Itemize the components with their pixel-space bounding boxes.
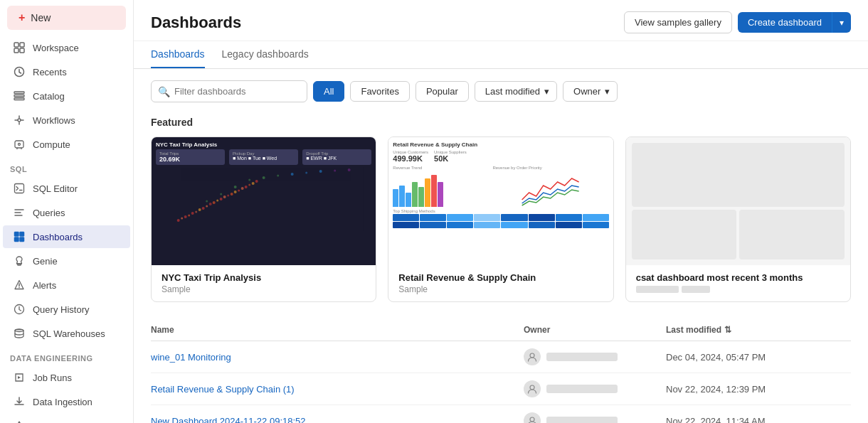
create-dashboard-button-group: Create dashboard ▾ bbox=[738, 12, 851, 33]
row-1-last-modified: Dec 04, 2024, 05:47 PM bbox=[666, 352, 851, 363]
workspace-icon bbox=[13, 41, 26, 54]
svg-rect-1 bbox=[20, 43, 24, 47]
col-header-owner: Owner bbox=[524, 325, 666, 335]
sidebar-item-sql-warehouses[interactable]: SQL Warehouses bbox=[3, 322, 130, 345]
tab-legacy-dashboards[interactable]: Legacy dashboards bbox=[222, 41, 309, 68]
taxi-preview-title: NYC Taxi Trip Analysis bbox=[156, 141, 371, 148]
last-modified-chevron-icon: ▾ bbox=[544, 86, 549, 97]
svg-rect-11 bbox=[20, 232, 25, 237]
filter-all-button[interactable]: All bbox=[313, 81, 344, 102]
row-3-last-modified: Nov 22, 2024, 11:34 AM bbox=[666, 416, 851, 424]
col-header-last-modified[interactable]: Last modified ⇅ bbox=[666, 325, 851, 335]
sidebar-item-catalog[interactable]: Catalog bbox=[3, 85, 130, 107]
row-2-owner-icon bbox=[524, 380, 541, 397]
svg-rect-5 bbox=[14, 92, 24, 94]
sql-warehouses-icon bbox=[13, 327, 26, 340]
svg-point-50 bbox=[334, 170, 336, 172]
row-1-name-link[interactable]: wine_01 Monitoring bbox=[151, 352, 231, 363]
svg-rect-3 bbox=[20, 48, 24, 53]
row-2-owner-name-blur bbox=[546, 385, 618, 393]
sidebar-item-workflows[interactable]: Workflows bbox=[3, 109, 130, 132]
content-area: 🔍 All Favorites Popular Last modified ▾ … bbox=[134, 69, 868, 423]
table-row: Retail Revenue & Supply Chain (1) Nov 22… bbox=[151, 373, 851, 405]
sidebar-item-sql-editor[interactable]: SQL Editor bbox=[3, 177, 130, 200]
row-1-owner-icon bbox=[524, 348, 541, 365]
row-3-owner-name-blur bbox=[546, 417, 618, 423]
sidebar-item-queries[interactable]: Queries bbox=[3, 201, 130, 224]
sidebar-item-workspace[interactable]: Workspace bbox=[3, 36, 130, 59]
row-1-owner-name-blur bbox=[546, 353, 618, 361]
sidebar-workflows-label: Workflows bbox=[33, 115, 75, 126]
card-preview-csat bbox=[626, 137, 850, 265]
header-actions: View samples gallery Create dashboard ▾ bbox=[624, 11, 851, 33]
svg-point-39 bbox=[252, 182, 255, 185]
view-samples-button[interactable]: View samples gallery bbox=[624, 11, 732, 33]
sidebar-data-ingestion-label: Data Ingestion bbox=[33, 397, 92, 407]
sidebar-genie-label: Genie bbox=[33, 256, 58, 267]
clock-icon bbox=[13, 65, 26, 78]
sidebar-item-genie[interactable]: Genie bbox=[3, 250, 130, 272]
sidebar-sql-warehouses-label: SQL Warehouses bbox=[33, 328, 105, 339]
featured-card-retail-revenue[interactable]: Retail Revenue & Supply Chain Unique Cus… bbox=[388, 136, 613, 302]
sidebar-item-query-history[interactable]: Query History bbox=[3, 298, 130, 321]
delta-live-tables-icon bbox=[13, 419, 26, 423]
create-dashboard-button[interactable]: Create dashboard bbox=[738, 12, 832, 33]
col-header-name: Name bbox=[151, 325, 524, 335]
svg-point-14 bbox=[18, 287, 20, 289]
sidebar-alerts-label: Alerts bbox=[33, 280, 56, 291]
svg-point-35 bbox=[238, 190, 240, 192]
svg-point-54 bbox=[530, 417, 534, 422]
filter-owner-button[interactable]: Owner ▾ bbox=[563, 81, 618, 102]
featured-card-nyc-taxi[interactable]: NYC Taxi Trip Analysis Total Trips 20.69… bbox=[151, 136, 376, 302]
svg-point-52 bbox=[530, 353, 534, 358]
taxi-chart-preview: NYC Taxi Trip Analysis Total Trips 20.69… bbox=[152, 137, 376, 265]
compute-icon bbox=[13, 138, 26, 151]
svg-point-43 bbox=[234, 186, 237, 188]
dashboards-table: Name Owner Last modified ⇅ wine_01 Monit… bbox=[151, 319, 851, 423]
search-input-wrap: 🔍 bbox=[151, 80, 307, 102]
sidebar-job-runs-label: Job Runs bbox=[33, 373, 72, 383]
row-3-name: New Dashboard 2024-11-22 09:18:52 bbox=[151, 416, 524, 424]
svg-point-47 bbox=[291, 173, 294, 176]
svg-point-45 bbox=[263, 176, 265, 179]
featured-card-csat[interactable]: csat dashboard most recent 3 months bbox=[625, 136, 851, 302]
sidebar-item-delta-live-tables[interactable]: Delta Live Tables bbox=[3, 414, 130, 423]
page-title: Dashboards bbox=[151, 14, 241, 32]
sidebar-item-dashboards[interactable]: Dashboards bbox=[3, 225, 130, 248]
sidebar-item-alerts[interactable]: Alerts bbox=[3, 274, 130, 296]
tab-dashboards[interactable]: Dashboards bbox=[151, 41, 205, 68]
new-button-label: New bbox=[31, 12, 51, 23]
card-subtitle-retail-revenue: Sample bbox=[398, 284, 603, 294]
create-dashboard-dropdown-button[interactable]: ▾ bbox=[832, 12, 851, 33]
filter-popular-button[interactable]: Popular bbox=[416, 81, 469, 102]
svg-point-22 bbox=[191, 212, 194, 215]
svg-point-44 bbox=[248, 179, 250, 181]
svg-point-40 bbox=[255, 180, 258, 183]
new-button[interactable]: + New bbox=[7, 6, 126, 30]
svg-rect-13 bbox=[20, 237, 25, 242]
genie-icon bbox=[13, 255, 26, 267]
sidebar-item-recents[interactable]: Recents bbox=[3, 60, 130, 83]
queries-icon bbox=[13, 206, 26, 219]
row-2-name-link[interactable]: Retail Revenue & Supply Chain (1) bbox=[151, 384, 295, 395]
svg-point-25 bbox=[202, 207, 205, 210]
sidebar-item-job-runs[interactable]: Job Runs bbox=[3, 366, 130, 389]
sidebar-sql-editor-label: SQL Editor bbox=[33, 183, 78, 194]
search-input[interactable] bbox=[151, 80, 307, 102]
card-info-nyc-taxi: NYC Taxi Trip Analysis Sample bbox=[152, 265, 376, 301]
row-1-owner bbox=[524, 348, 666, 365]
row-2-owner bbox=[524, 380, 666, 397]
svg-point-20 bbox=[184, 215, 187, 218]
plus-icon: + bbox=[18, 11, 25, 24]
retail-preview-title: Retail Revenue & Supply Chain bbox=[393, 141, 608, 148]
owner-chevron-icon: ▾ bbox=[605, 86, 610, 97]
svg-point-27 bbox=[209, 203, 212, 205]
filter-favorites-button[interactable]: Favorites bbox=[350, 81, 409, 102]
sidebar-item-data-ingestion[interactable]: Data Ingestion bbox=[3, 390, 130, 413]
row-3-name-link[interactable]: New Dashboard 2024-11-22 09:18:52 bbox=[151, 416, 306, 424]
svg-point-23 bbox=[195, 211, 197, 213]
sql-section-label: SQL bbox=[0, 156, 133, 176]
filter-last-modified-button[interactable]: Last modified ▾ bbox=[475, 81, 557, 102]
sidebar-item-compute[interactable]: Compute bbox=[3, 133, 130, 156]
svg-point-41 bbox=[206, 200, 208, 203]
